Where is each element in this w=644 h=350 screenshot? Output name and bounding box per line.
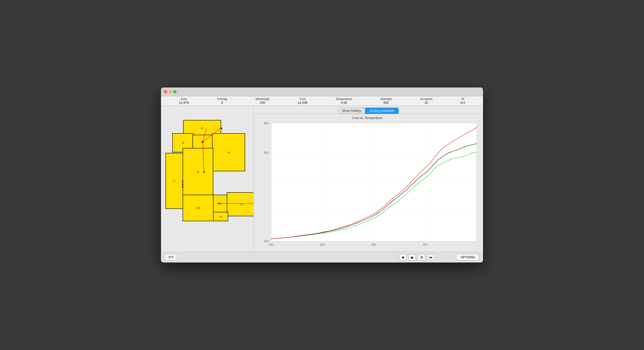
label-r1: r1 bbox=[240, 203, 243, 206]
step-button[interactable]: ⏭ bbox=[427, 254, 435, 261]
label-r6: r6 bbox=[182, 141, 184, 144]
chart-area: Cost vs. Temperature bbox=[254, 114, 483, 252]
svg-text:1E1: 1E1 bbox=[269, 243, 274, 246]
accepted-label: Accepted bbox=[420, 97, 432, 101]
play-button[interactable]: ▶ bbox=[409, 254, 416, 261]
stop-button[interactable]: ■ bbox=[399, 254, 407, 261]
svg-text:1E4: 1E4 bbox=[264, 240, 268, 243]
title-bar bbox=[161, 88, 483, 96]
temperature-label: Temperature bbox=[336, 97, 352, 101]
stat-overlap: Overlap 0 bbox=[217, 97, 227, 104]
stats-bar: Area 11,979 Overlap 0 Wirelength 236 Cos… bbox=[161, 96, 483, 106]
close-button[interactable] bbox=[164, 90, 167, 93]
stat-area: Area 11,979 bbox=[179, 97, 189, 104]
main-window: Area 11,979 Overlap 0 Wirelength 236 Cos… bbox=[161, 88, 483, 262]
accepted-value: 32 bbox=[424, 101, 428, 104]
rect-r8: r8 bbox=[192, 135, 212, 149]
percent-value: 6.4 bbox=[460, 101, 465, 104]
temperature-value: 4.56 bbox=[341, 101, 347, 104]
stat-temperature: Temperature 4.56 bbox=[336, 97, 352, 104]
rect-r4: r4 bbox=[212, 133, 245, 171]
overlap-label: Overlap bbox=[217, 97, 227, 101]
svg-text:1E5: 1E5 bbox=[264, 151, 268, 154]
cost-label: Cost bbox=[300, 97, 306, 101]
percent-label: % bbox=[462, 97, 464, 101]
stat-attempts: Attempts 500 bbox=[380, 97, 392, 104]
fit-button[interactable]: FIT bbox=[165, 254, 177, 261]
svg-text:1E3: 1E3 bbox=[371, 243, 376, 246]
label-r4: r4 bbox=[228, 151, 230, 154]
minimize-button[interactable] bbox=[168, 90, 172, 93]
label-r2: r2 bbox=[220, 202, 222, 205]
svg-text:1E6: 1E6 bbox=[264, 122, 268, 125]
rect-r2: r2 bbox=[213, 195, 228, 212]
chart-container: 1E6 1E5 1E4 1E1 1E2 1E3 1E4 bbox=[256, 121, 479, 249]
area-label: Area bbox=[181, 97, 187, 101]
options-button[interactable]: OPTIONS bbox=[456, 254, 479, 261]
pause-button[interactable]: ⏸ bbox=[418, 254, 425, 261]
label-r3: r3 bbox=[220, 215, 222, 218]
bottom-right-controls: ■ ▶ ⏸ ⏭ OPTIONS bbox=[399, 254, 479, 261]
maximize-button[interactable] bbox=[173, 90, 176, 93]
rect-r3: r3 bbox=[213, 212, 228, 221]
label-r5: r5 bbox=[197, 170, 199, 173]
label-r9: r9 bbox=[201, 127, 204, 130]
rect-r5: r5 bbox=[182, 148, 213, 196]
svg-text:1E4: 1E4 bbox=[422, 243, 428, 246]
svg-text:1E2: 1E2 bbox=[320, 243, 325, 246]
traffic-lights bbox=[164, 90, 176, 93]
stat-accepted: Accepted 32 bbox=[420, 97, 432, 104]
label-r8: r8 bbox=[201, 140, 204, 143]
attempts-value: 500 bbox=[383, 101, 389, 104]
main-content: r9 r6 r8 r4 r5 bbox=[161, 106, 483, 252]
area-value: 11,979 bbox=[179, 101, 189, 104]
rect-r7: r7 bbox=[166, 153, 183, 209]
label-r7: r7 bbox=[173, 180, 176, 182]
chart-title: Cost vs. Temperature bbox=[256, 116, 479, 120]
tab-bar: Move History Cooling Schedule bbox=[254, 106, 483, 114]
left-panel: r9 r6 r8 r4 r5 bbox=[161, 106, 254, 252]
layout-canvas: r9 r6 r8 r4 r5 bbox=[161, 106, 254, 252]
cost-value: 14,339 bbox=[298, 101, 308, 104]
attempts-label: Attempts bbox=[380, 97, 392, 101]
rect-r1: r1 bbox=[227, 192, 254, 216]
overlap-value: 0 bbox=[221, 101, 223, 104]
wirelength-value: 236 bbox=[260, 101, 265, 104]
bottom-bar: FIT ■ ▶ ⏸ ⏭ OPTIONS bbox=[161, 252, 483, 262]
tab-move-history[interactable]: Move History bbox=[338, 108, 365, 114]
right-panel: Move History Cooling Schedule Cost vs. T… bbox=[254, 106, 483, 252]
chart-svg: 1E6 1E5 1E4 1E1 1E2 1E3 1E4 bbox=[256, 121, 479, 249]
wirelength-label: Wirelength bbox=[256, 97, 270, 101]
tab-cooling-schedule[interactable]: Cooling Schedule bbox=[365, 108, 398, 114]
label-r10: r10 bbox=[196, 207, 200, 209]
stat-wirelength: Wirelength 236 bbox=[256, 97, 270, 104]
stat-percent: % 6.4 bbox=[460, 97, 465, 104]
rect-r10: r10 bbox=[182, 195, 214, 221]
stat-cost: Cost 14,339 bbox=[298, 97, 308, 104]
